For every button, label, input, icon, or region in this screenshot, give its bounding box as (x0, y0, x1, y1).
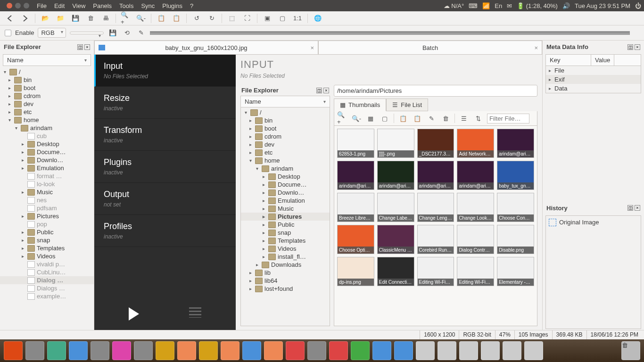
batch-step-profiles[interactable]: Profilesinactive (94, 215, 236, 247)
dock-app-16[interactable] (351, 341, 370, 360)
copy-thumb-button[interactable]: 📋 (398, 113, 408, 123)
tree-item[interactable]: ▾home (0, 116, 94, 124)
menu-panels[interactable]: Panels (89, 2, 116, 9)
dock-app-15[interactable] (329, 341, 348, 360)
rotate-cw-button[interactable]: ↻ (206, 13, 217, 24)
batch-step-plugins[interactable]: Pluginsinactive (94, 151, 236, 183)
copy-button[interactable]: 📋 (156, 13, 166, 24)
dock-app-20[interactable] (438, 341, 456, 360)
left-tree[interactable]: ▾/▸bin▸boot▸cdrom▸dev▸etc▾home▾arindamcu… (0, 67, 94, 330)
tree-item[interactable]: ▸cdrom (0, 92, 94, 100)
dock-app-10[interactable] (221, 341, 239, 360)
meta-row-data[interactable]: ▸Data (546, 84, 641, 93)
menu-tools[interactable]: Tools (116, 2, 137, 9)
history-item[interactable]: Original Image (549, 219, 638, 226)
colorspace-combo[interactable]: RGB (38, 28, 66, 38)
undock-icon[interactable]: ◫ (316, 88, 322, 93)
tree-item[interactable]: ▸etc (241, 148, 330, 156)
dock-app-8[interactable] (177, 341, 196, 360)
tree-item[interactable]: ▸Public (241, 221, 330, 229)
thumbnail[interactable]: Breeze LibreO… (337, 193, 374, 222)
dock-app-19[interactable] (416, 341, 435, 360)
tree-item[interactable]: ▸Downlo… (0, 156, 94, 164)
eyedropper-button[interactable]: ✎ (136, 28, 146, 38)
dock-app-2[interactable] (47, 341, 66, 360)
tree-item[interactable]: ▾home (241, 156, 330, 165)
tree-item[interactable]: ▸Videos (0, 252, 94, 260)
tree-item[interactable]: ▸Pictures (0, 212, 94, 220)
volume-icon[interactable]: 🔊 (562, 2, 570, 9)
fullscreen-button[interactable]: ⛶ (242, 13, 252, 24)
actual-button[interactable]: ▢ (277, 13, 288, 24)
tree-item[interactable]: ▸Music (0, 188, 94, 196)
thumbnails-tab[interactable]: ▦ Thumbnails (334, 99, 386, 111)
thumbnail[interactable]: Add Network… (457, 129, 494, 158)
tree-item[interactable]: ▾arindam (241, 165, 330, 173)
keyboard-indicator-icon[interactable]: ⌨ (469, 2, 478, 9)
close-panel-icon[interactable]: × (635, 44, 640, 50)
thumbnail[interactable]: Disable.png (497, 225, 534, 254)
thumbnail[interactable]: arindam@ari… (417, 161, 454, 190)
save-button[interactable]: 💾 (70, 13, 81, 24)
tree-item[interactable]: ▸install_fl… (241, 253, 330, 261)
tree-item[interactable]: ▸cdrom (241, 132, 330, 140)
thumbnail[interactable]: Change Label… (377, 193, 414, 222)
close-panel-icon[interactable]: × (84, 44, 90, 50)
tree-item[interactable]: nes (0, 196, 94, 204)
weather-indicator[interactable]: ☁ N/A° (444, 2, 464, 9)
tree-item[interactable]: ▾/ (241, 108, 330, 116)
key-column[interactable]: Key (546, 55, 591, 66)
ratio-button[interactable]: 1:1 (292, 13, 303, 24)
thumbnail[interactable]: Editing Wi-Fi… (457, 257, 494, 286)
tree-item[interactable]: ▸Templates (0, 244, 94, 252)
minimize-icon[interactable] (15, 3, 21, 8)
tree-item[interactable]: ▸Docume… (241, 181, 330, 189)
tree-item[interactable]: ▸snap (241, 229, 330, 237)
thumbnail[interactable]: _DSC2177.3… (417, 129, 454, 158)
histogram-slider[interactable] (150, 31, 630, 35)
print-button[interactable]: 🖶 (100, 13, 111, 24)
dock-app-12[interactable] (264, 341, 283, 360)
tree-item[interactable]: ▸Pictures (241, 213, 330, 221)
dock-app-7[interactable] (156, 341, 174, 360)
dock-app-22[interactable] (481, 341, 500, 360)
maximize-icon[interactable] (24, 3, 29, 8)
thumbnail[interactable]: Corebird Run… (417, 225, 454, 254)
tree-item[interactable]: ▸Public (0, 228, 94, 236)
close-icon[interactable] (7, 3, 12, 8)
open-dir-button[interactable]: 📁 (55, 13, 66, 24)
close-tab-icon[interactable]: × (310, 44, 314, 51)
path-input[interactable]: /home/arindam/Pictures (334, 85, 537, 97)
dock-app-6[interactable] (134, 341, 153, 360)
dock-app-5[interactable] (112, 341, 131, 360)
menu-file[interactable]: File (33, 2, 50, 9)
dock-app-0[interactable] (4, 341, 23, 360)
tree-item[interactable]: ▸Videos (241, 245, 330, 253)
menu-plugins[interactable]: Plugins (158, 2, 186, 9)
batch-step-resize[interactable]: Resizeinactive (94, 87, 236, 119)
tree-item[interactable]: ▾arindam (0, 124, 94, 132)
thumbnail[interactable]: Elementary -… (497, 257, 534, 286)
zoom-in-button[interactable]: 🔍+ (121, 13, 131, 24)
undock-icon[interactable]: ◫ (627, 205, 633, 211)
dock-app-24[interactable] (524, 341, 543, 360)
thumbnail[interactable]: 62853-1.png (337, 129, 374, 158)
dock-app-9[interactable] (199, 341, 218, 360)
channel-combo[interactable] (70, 32, 104, 34)
tree-item[interactable]: ▸Music (241, 205, 330, 213)
tree-item[interactable]: ▸Docume… (0, 148, 94, 156)
dock-app-18[interactable] (394, 341, 413, 360)
dock-app-23[interactable] (503, 341, 521, 360)
zoom-in-thumb-button[interactable]: 🔍+ (337, 113, 347, 123)
tree-item[interactable]: ▸lib64 (241, 277, 330, 285)
thumbnail[interactable]: Choose Optio… (337, 225, 374, 254)
network-icon[interactable]: 📶 (482, 2, 490, 9)
rotate-ccw-button[interactable]: ↺ (191, 13, 202, 24)
thumbnail[interactable]: baby_tux_gn… (497, 161, 534, 190)
mail-icon[interactable]: ✉ (507, 2, 512, 9)
undock-icon[interactable]: ◫ (627, 44, 633, 50)
menu-edit[interactable]: Edit (50, 2, 68, 9)
tree-item[interactable]: ▸boot (0, 84, 94, 92)
save-adjust-button[interactable]: 💾 (107, 28, 118, 38)
tree-name-header[interactable]: Name▾ (3, 54, 91, 66)
